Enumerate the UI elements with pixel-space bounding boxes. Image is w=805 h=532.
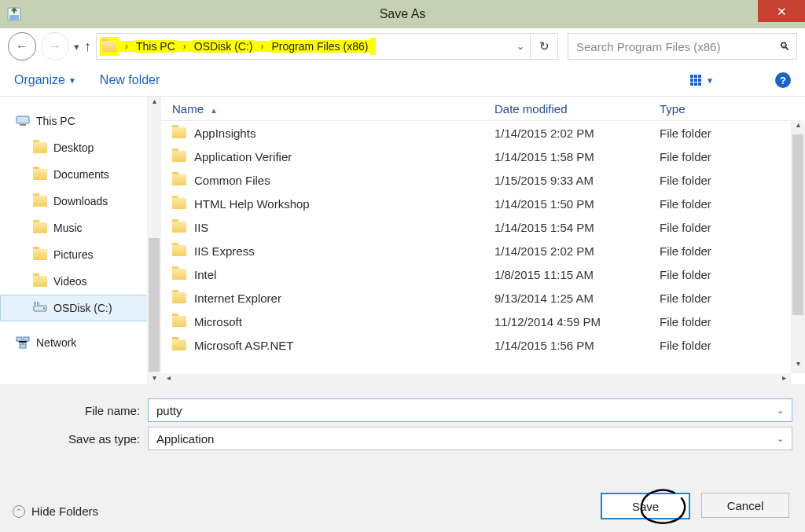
file-date: 1/14/2015 2:02 PM — [494, 244, 660, 258]
filename-value: putty — [156, 404, 777, 417]
folder-icon — [172, 292, 186, 303]
file-type: File folder — [660, 127, 805, 140]
tree-label: Downloads — [53, 195, 108, 207]
folder-icon — [33, 221, 47, 235]
search-icon[interactable]: 🔍︎ — [773, 40, 796, 53]
search-box[interactable]: 🔍︎ — [568, 33, 797, 60]
file-name: IIS — [194, 221, 208, 234]
svg-rect-12 — [20, 344, 26, 348]
file-row[interactable]: AppInsights1/14/2015 2:02 PMFile folder — [161, 121, 805, 145]
titlebar: Save As ✕ — [0, 0, 805, 28]
back-button[interactable]: ← — [8, 32, 36, 61]
file-row[interactable]: IIS1/14/2015 1:54 PMFile folder — [161, 215, 805, 239]
tree-downloads[interactable]: Downloads — [0, 188, 161, 215]
column-type[interactable]: Type — [660, 102, 805, 116]
scrollbar-thumb[interactable] — [792, 134, 803, 315]
scroll-up-icon[interactable]: ▴ — [791, 120, 805, 134]
chevron-down-icon[interactable]: ⌄ — [777, 434, 784, 444]
crumb-this-pc[interactable]: This PC — [134, 40, 177, 53]
search-input[interactable] — [568, 40, 773, 53]
file-date: 1/8/2015 11:15 AM — [494, 268, 660, 281]
drive-icon — [33, 301, 47, 315]
folder-icon — [172, 316, 186, 327]
tree-music[interactable]: Music — [0, 215, 161, 241]
tree-scrollbar[interactable]: ▴ ▾ — [147, 97, 161, 387]
column-date[interactable]: Date modified — [494, 102, 660, 116]
file-name: IIS Express — [194, 244, 255, 258]
tree-label: Documents — [53, 168, 109, 181]
chevron-right-icon[interactable]: › — [254, 41, 270, 52]
file-row[interactable]: Common Files1/15/2015 9:33 AMFile folder — [161, 168, 805, 192]
crumb-osdisk[interactable]: OSDisk (C:) — [193, 40, 255, 53]
tree-network[interactable]: Network — [0, 329, 161, 356]
file-date: 11/12/2014 4:59 PM — [494, 315, 660, 328]
arrow-left-icon: ← — [16, 39, 28, 53]
address-bar[interactable]: › This PC › OSDisk (C:) › Program Files … — [96, 33, 558, 60]
folder-icon — [33, 248, 47, 262]
tree-desktop[interactable]: Desktop — [0, 134, 161, 161]
filename-combobox[interactable]: putty ⌄ — [148, 398, 792, 422]
close-icon: ✕ — [777, 6, 787, 17]
grid-icon — [690, 75, 701, 86]
file-name: HTML Help Workshop — [194, 197, 310, 211]
refresh-button[interactable]: ↻ — [530, 34, 557, 59]
hide-folders-button[interactable]: ⌃ Hide Folders — [13, 504, 98, 518]
save-as-dialog: Save As ✕ ← → ▾ ↑ › This PC › OSDisk (C:… — [0, 0, 805, 532]
tree-osdisk[interactable]: OSDisk (C:) — [0, 295, 161, 321]
filename-label: File name: — [13, 404, 148, 417]
new-folder-button[interactable]: New folder — [100, 73, 160, 87]
file-row[interactable]: Microsoft ASP.NET1/14/2015 1:56 PMFile f… — [161, 333, 805, 357]
tree-label: Videos — [53, 275, 87, 288]
breadcrumb: › This PC › OSDisk (C:) › Program Files … — [97, 34, 511, 59]
tree-pictures[interactable]: Pictures — [0, 241, 161, 268]
tree-label: Network — [36, 336, 76, 349]
file-row[interactable]: HTML Help Workshop1/14/2015 1:50 PMFile … — [161, 192, 805, 215]
dialog-buttons: Save Cancel — [601, 493, 789, 519]
chevron-right-icon[interactable]: › — [119, 41, 134, 52]
close-button[interactable]: ✕ — [758, 0, 805, 22]
up-button[interactable]: ↑ — [84, 39, 91, 55]
caret-down-icon: ▼ — [706, 76, 714, 85]
file-type: File folder — [660, 221, 805, 234]
file-row[interactable]: Intel1/8/2015 11:15 AMFile folder — [161, 262, 805, 286]
save-as-type-combobox[interactable]: Application ⌄ — [148, 427, 792, 450]
view-options-button[interactable]: ▼ — [690, 75, 714, 86]
scrollbar-thumb[interactable] — [149, 238, 160, 372]
help-button[interactable]: ? — [775, 72, 791, 88]
folder-icon — [33, 141, 47, 155]
tree-label: Music — [53, 222, 83, 234]
file-row[interactable]: IIS Express1/14/2015 2:02 PMFile folder — [161, 239, 805, 262]
file-row[interactable]: Application Verifier1/14/2015 1:58 PMFil… — [161, 145, 805, 168]
scroll-down-icon[interactable]: ▾ — [791, 359, 805, 373]
column-headers: Name▲ Date modified Type — [161, 97, 805, 121]
chevron-down-icon[interactable]: ⌄ — [777, 405, 784, 416]
chevron-right-icon[interactable]: › — [177, 41, 193, 52]
app-icon — [6, 6, 22, 22]
folder-icon — [172, 269, 186, 280]
save-as-type-value: Application — [156, 432, 777, 446]
svg-rect-11 — [24, 337, 29, 341]
tree-documents[interactable]: Documents — [0, 161, 161, 188]
sort-asc-icon: ▲ — [210, 106, 218, 115]
svg-rect-7 — [36, 302, 37, 306]
folder-icon — [172, 198, 186, 209]
file-row[interactable]: Microsoft11/12/2014 4:59 PMFile folder — [161, 310, 805, 333]
folder-icon — [100, 37, 119, 56]
crumb-program-files[interactable]: Program Files (x86) — [270, 40, 369, 53]
recent-locations-button[interactable]: ▾ — [74, 41, 79, 53]
scroll-up-icon[interactable]: ▴ — [147, 97, 161, 111]
address-dropdown[interactable]: ⌄ — [511, 41, 530, 52]
forward-button[interactable]: → — [41, 32, 69, 61]
file-date: 1/14/2015 1:50 PM — [494, 197, 660, 211]
navigation-bar: ← → ▾ ↑ › This PC › OSDisk (C:) › Progra… — [0, 28, 805, 64]
list-vertical-scrollbar[interactable]: ▴ ▾ — [791, 120, 805, 373]
file-name: AppInsights — [194, 127, 255, 140]
tree-this-pc[interactable]: This PC — [0, 108, 161, 134]
tree-videos[interactable]: Videos — [0, 268, 161, 295]
cancel-button[interactable]: Cancel — [701, 493, 789, 518]
file-row[interactable]: Internet Explorer9/13/2014 1:25 AMFile f… — [161, 286, 805, 310]
file-type: File folder — [660, 244, 805, 258]
column-name[interactable]: Name▲ — [172, 102, 494, 116]
file-name: Internet Explorer — [194, 292, 281, 305]
organize-menu[interactable]: Organize ▼ — [14, 73, 76, 87]
